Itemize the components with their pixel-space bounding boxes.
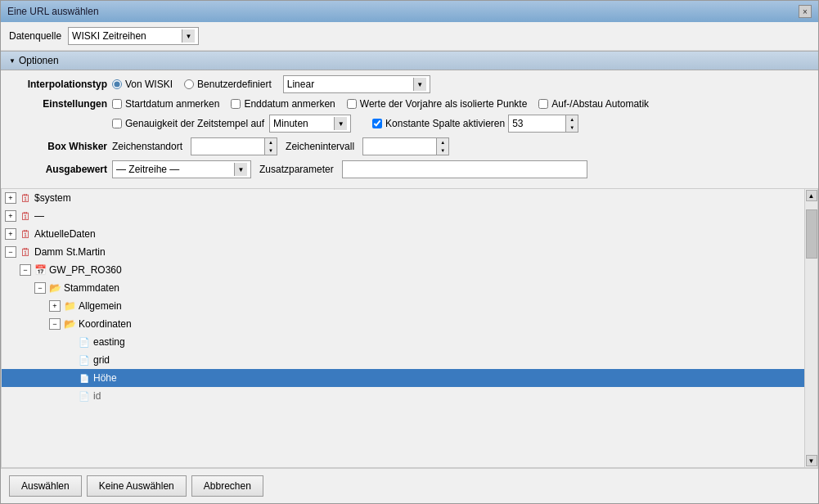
zeichenintervall-spinner[interactable]: ▲ ▼ (362, 137, 449, 155)
radio-von-wiski[interactable]: Von WISKI (112, 79, 173, 90)
zusatz-label: Zusatzparameter (259, 164, 334, 175)
expand-system[interactable]: + (5, 192, 16, 204)
tree-label-dash: — (34, 210, 44, 222)
scroll-track[interactable] (805, 201, 817, 455)
tree-label-stammdaten: Stammdaten (64, 282, 119, 294)
cancel-button[interactable]: Abbrechen (191, 475, 263, 497)
settings-auf-abstau-label: Auf-/Abstau Automatik (551, 98, 649, 110)
tree-item-easting[interactable]: 📄 easting (2, 333, 804, 351)
radio-benutzerdefiniert-input[interactable] (184, 79, 194, 89)
title-bar: Eine URL auswählen × (1, 1, 818, 22)
datasource-dropdown-arrow[interactable]: ▼ (182, 29, 195, 43)
close-button[interactable]: × (799, 5, 812, 18)
settings-vorjahre-label: Werte der Vorjahre als isolierte Punkte (360, 98, 528, 110)
icon-id: 📄 (78, 389, 91, 403)
tree-wrapper[interactable]: + 🗓 $system + 🗓 — + 🗓 AktuelleDaten − 🗓 … (2, 189, 804, 467)
radio-benutzerdefiniert-label: Benutzerdefiniert (197, 79, 272, 90)
settings-auf-abstau[interactable]: Auf-/Abstau Automatik (538, 98, 649, 110)
zeichenstandort-up-btn[interactable]: ▲ (265, 138, 277, 146)
zusatz-input[interactable] (342, 160, 587, 178)
tree-label-damm: Damm St.Martin (34, 246, 106, 258)
icon-dash: 🗓 (19, 209, 32, 223)
checkbox-enddatum[interactable] (231, 99, 241, 109)
konstante-value-input[interactable] (508, 115, 565, 133)
radio-benutzerdefiniert[interactable]: Benutzerdefiniert (184, 79, 272, 90)
tree-item-gw[interactable]: − 📅 GW_PR_RO360 (2, 261, 804, 279)
none-select-button[interactable]: Keine Auswählen (87, 475, 187, 497)
settings-genauigkeit[interactable]: Genauigkeit der Zeitstempel auf (112, 118, 264, 129)
konstante-group: Konstante Spalte aktivieren ▲ ▼ (372, 115, 578, 133)
tree-item-system[interactable]: + 🗓 $system (2, 189, 804, 207)
box-whisker-row: Box Whisker Zeichenstandort ▲ ▼ Zeicheni… (9, 137, 810, 155)
icon-damm: 🗓 (19, 245, 32, 259)
tree-item-allgemein[interactable]: + 📁 Allgemein (2, 297, 804, 315)
ausgabewert-dropdown-arrow[interactable]: ▼ (234, 163, 247, 176)
tree-item-aktuelleDaten[interactable]: + 🗓 AktuelleDaten (2, 225, 804, 243)
select-button[interactable]: Auswählen (9, 475, 82, 497)
options-content: Interpolationstyp Von WISKI Benutzerdefi… (1, 70, 818, 188)
settings-vorjahre[interactable]: Werte der Vorjahre als isolierte Punkte (347, 98, 528, 110)
scrollbar[interactable]: ▲ ▼ (804, 189, 817, 467)
tree-item-stammdaten[interactable]: − 📂 Stammdaten (2, 279, 804, 297)
tree-item-id[interactable]: 📄 id (2, 387, 804, 405)
icon-gw: 📅 (34, 263, 47, 277)
konstante-spinner-buttons[interactable]: ▲ ▼ (565, 115, 578, 133)
options-label: Optionen (19, 55, 59, 66)
options-section: Optionen Interpolationstyp Von WISKI Ben… (1, 51, 818, 188)
interpolation-dropdown-arrow[interactable]: ▼ (413, 78, 426, 91)
settings-enddatum-label: Enddatum anmerken (244, 98, 335, 110)
zeichenstandort-input[interactable] (191, 137, 264, 155)
tree-item-damm[interactable]: − 🗓 Damm St.Martin (2, 243, 804, 261)
radio-von-wiski-input[interactable] (112, 79, 122, 89)
datasource-dropdown[interactable]: WISKI Zeitreihen ▼ (68, 27, 199, 45)
checkbox-startdatum[interactable] (112, 99, 122, 109)
genauigkeit-dropdown[interactable]: Minuten ▼ (269, 115, 351, 133)
zeichenintervall-spinner-buttons[interactable]: ▲ ▼ (436, 137, 449, 155)
datasource-row: Datenquelle WISKI Zeitreihen ▼ (1, 22, 818, 51)
konstante-spinner[interactable]: ▲ ▼ (508, 115, 578, 133)
expand-damm[interactable]: − (5, 246, 16, 258)
checkbox-konstante[interactable] (372, 119, 382, 128)
settings-startdatum-label: Startdatum anmerken (125, 98, 219, 110)
icon-system: 🗓 (19, 191, 32, 205)
ausgabewert-dropdown[interactable]: — Zeitreihe — ▼ (112, 160, 251, 178)
expand-stammdaten[interactable]: − (34, 282, 46, 294)
zeichenintervall-down-btn[interactable]: ▼ (437, 146, 448, 155)
scroll-thumb[interactable] (806, 209, 817, 259)
checkbox-genauigkeit[interactable] (112, 119, 122, 128)
zeichenstandort-spinner-buttons[interactable]: ▲ ▼ (264, 137, 277, 155)
checkbox-vorjahre[interactable] (347, 99, 357, 109)
zeichenintervall-input[interactable] (362, 137, 436, 155)
interpolation-dropdown[interactable]: Linear ▼ (283, 75, 430, 93)
interpolation-radio-group: Von WISKI Benutzerdefiniert Linear ▼ (112, 75, 430, 93)
tree-item-hoehe[interactable]: 📄 Höhe (2, 369, 804, 387)
expand-koordinaten[interactable]: − (49, 318, 61, 330)
options-header[interactable]: Optionen (1, 51, 818, 70)
settings-enddatum[interactable]: Enddatum anmerken (231, 98, 335, 110)
scroll-down-btn[interactable]: ▼ (806, 455, 817, 466)
zeichenstandort-spinner[interactable]: ▲ ▼ (191, 137, 277, 155)
expand-gw[interactable]: − (20, 264, 31, 276)
zeichenstandort-down-btn[interactable]: ▼ (265, 146, 277, 155)
tree-label-gw: GW_PR_RO360 (49, 264, 122, 276)
tree-label-system: $system (34, 192, 71, 204)
tree-label-grid: grid (93, 354, 110, 366)
tree-item-koordinaten[interactable]: − 📂 Koordinaten (2, 315, 804, 333)
scroll-up-btn[interactable]: ▲ (806, 190, 817, 201)
settings-startdatum[interactable]: Startdatum anmerken (112, 98, 219, 110)
ausgabewert-label: Ausgabewert (9, 164, 107, 175)
expand-dash[interactable]: + (5, 210, 16, 222)
expand-allgemein[interactable]: + (49, 300, 61, 312)
tree-label-koordinaten: Koordinaten (79, 318, 132, 330)
interpolation-dropdown-value: Linear (287, 79, 413, 90)
zeichenintervall-up-btn[interactable]: ▲ (437, 138, 448, 146)
expand-aktuelleDaten[interactable]: + (5, 228, 16, 240)
konstante-up-btn[interactable]: ▲ (566, 115, 578, 124)
icon-koordinaten: 📂 (63, 317, 76, 331)
genauigkeit-dropdown-arrow[interactable]: ▼ (334, 117, 347, 130)
tree-item-grid[interactable]: 📄 grid (2, 351, 804, 369)
tree-item-dash[interactable]: + 🗓 — (2, 207, 804, 225)
konstante-down-btn[interactable]: ▼ (566, 124, 578, 132)
datasource-label: Datenquelle (9, 30, 61, 42)
checkbox-auf-abstau[interactable] (538, 99, 548, 109)
